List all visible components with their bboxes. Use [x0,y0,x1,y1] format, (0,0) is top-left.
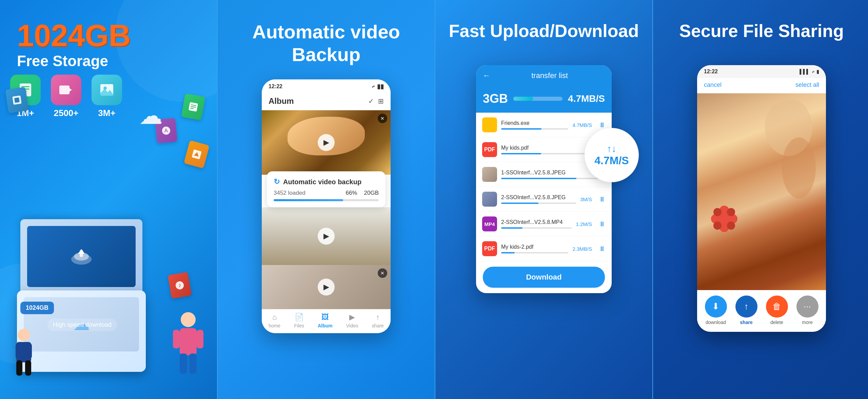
share-battery-icon: ▮ [816,69,819,74]
svg-rect-26 [180,328,197,355]
nav-home-label: home [269,323,280,328]
speed-row: 3GB 4.7MB/S [483,92,605,106]
more-action-label: more [802,320,813,325]
file-info-4: 2-SSOInterf...V2.5.8.MP4 [501,219,572,229]
backup-popup-title: ↻ Automatic video backup [274,177,379,186]
storage-size: 1024GB [17,20,131,51]
speed-progress-bar [513,97,563,101]
file-name-3: 2-SSOInterf...V2.5.8.JPEG [501,194,576,201]
play-button-2[interactable]: ▶ [318,228,335,245]
svg-point-31 [18,329,30,341]
jpeg-icon-2 [482,192,497,207]
checkmark-icon[interactable]: ✓ [368,97,374,105]
play-button-3[interactable]: ▶ [318,279,335,296]
transfer-phone-header: ← transfer list [476,65,612,86]
share-wifi-icon: ⌿ [812,69,814,74]
section-storage: 1024GB Free Storage 1M+ 2500+ 3M+ A [0,0,217,399]
backup-stats: 66% 20GB [346,190,379,196]
nav-share[interactable]: ↑ share [372,313,384,328]
file-progress-fill-3 [501,203,538,204]
share-action-download[interactable]: ⬇ download [705,296,727,325]
share-icon: ↑ [376,313,380,322]
file-info-0: Friends.exe [501,120,568,130]
transfer-item-0: Friends.exe 4.7MB/S ⏸ [476,113,612,137]
nav-album[interactable]: 🖼 Album [318,313,333,328]
folder-icon [482,117,497,132]
file-progress-5 [501,252,568,253]
nav-files-label: Files [294,323,304,328]
file-speed-4: 1.2M/S [576,221,592,227]
backup-loaded-text: 3452 loaded [274,190,305,196]
file-progress-3 [501,203,576,204]
speed-bar: 3GB 4.7MB/S [476,86,612,113]
storage-icons-row: 1M+ 2500+ 3M+ [10,75,122,118]
pause-icon-3[interactable]: ⏸ [599,195,606,203]
grid-icon[interactable]: ⊞ [378,97,384,105]
svg-marker-24 [78,249,85,254]
file-progress-0 [501,128,568,130]
share-status-icons: ▌▌▌ ⌿ ▮ [800,69,819,74]
download-action-label: download [706,320,726,325]
jpeg-icon-1 [482,167,497,182]
laptop-screen-inner [27,226,136,287]
cancel-button[interactable]: cancel [704,81,722,89]
pdf-icon-2: PDF [482,241,497,256]
transfer-item-4: MP4 2-SSOInterf...V2.5.8.MP4 1.2M/S ⏸ [476,212,612,236]
file-speed-3: 3M/S [580,196,592,202]
file-name-2: 1-SSOInterf...V2.5.8.JPEG [501,170,601,176]
share-photo-area [697,93,826,290]
share-time: 12:22 [704,69,718,75]
pause-icon-4[interactable]: ⏸ [599,220,606,228]
floating-doc-yellow [184,140,210,168]
pause-icon-0[interactable]: ⏸ [599,121,606,129]
backup-title-text: Automatic video Backup [252,20,400,66]
backup-progress-bar [274,199,379,201]
svg-point-45 [727,222,735,230]
back-arrow-icon[interactable]: ← [483,71,490,80]
select-all-button[interactable]: select all [795,81,819,89]
floating-doc-red: ♪ [167,272,192,299]
svg-rect-36 [25,360,31,376]
svg-rect-18 [14,97,20,103]
file-info-2: 1-SSOInterf...V2.5.8.JPEG [501,170,601,179]
share-action-delete[interactable]: 🗑 delete [766,296,788,325]
file-name-0: Friends.exe [501,120,568,126]
nav-video[interactable]: ▶ Video [346,313,358,328]
wifi-icon: ⌿ [372,83,375,90]
file-progress-2 [501,178,601,179]
file-progress-4 [501,227,572,229]
pause-icon-5[interactable]: ⏸ [599,245,606,253]
file-progress-fill-1 [501,153,541,154]
video-thumb-1: ▶ ✕ [262,110,391,175]
svg-rect-33 [16,343,22,359]
download-button[interactable]: Download [483,267,605,288]
mp4-icon: MP4 [482,216,497,231]
svg-rect-35 [16,360,22,376]
speed-gb-value: 3GB [483,92,508,106]
status-icons: ⌿ ▮▮ [372,83,384,90]
floating-doc-blue [5,87,28,113]
share-status-bar: 12:22 ▌▌▌ ⌿ ▮ [697,65,826,78]
download-label: High speed download [47,319,117,331]
delete-action-icon: 🗑 [766,296,788,318]
speed-badge-value: 4.7M/S [594,154,629,167]
backup-percent: 66% [346,190,357,196]
file-progress-fill-4 [501,227,522,229]
svg-rect-30 [197,330,203,348]
backup-size: 20GB [364,190,379,196]
home-icon: ⌂ [272,313,277,322]
photos-count: 3M+ [98,108,115,118]
nav-video-label: Video [346,323,358,328]
video-thumb-2: ▶ [262,207,391,265]
share-action-share[interactable]: ↑ share [735,296,757,325]
nav-home[interactable]: ⌂ home [269,313,280,328]
phone-nav: ⌂ home 📄 Files 🖼 Album ▶ Video ↑ share [262,309,391,333]
transfer-phone-wrapper: ← transfer list 3GB 4.7MB/S [476,55,612,293]
play-button-1[interactable]: ▶ [318,134,335,151]
pdf-icon-1: PDF [482,142,497,157]
file-info-3: 2-SSOInterf...V2.5.8.JPEG [501,194,576,204]
transfer-list-title: transfer list [494,71,605,80]
nav-files[interactable]: 📄 Files [294,313,304,328]
share-action-more[interactable]: ··· more [796,296,818,325]
person-figure-1 [173,309,203,379]
